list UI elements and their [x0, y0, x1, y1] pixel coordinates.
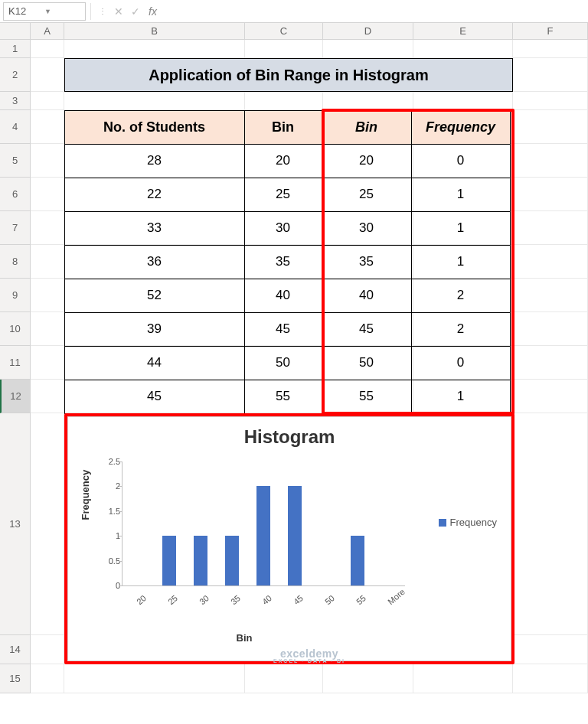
row-header[interactable]: 2 — [0, 58, 30, 92]
x-tick-label: 40 — [260, 593, 273, 606]
data-table: No. of Students Bin Bin Frequency 282020… — [64, 110, 510, 413]
chevron-down-icon[interactable]: ▼ — [44, 8, 80, 15]
column-headers: A B C D E F — [0, 23, 588, 40]
histogram-chart[interactable]: Histogram Frequency 00.511.522.5 2025303… — [67, 416, 511, 661]
row-header[interactable]: 8 — [0, 245, 30, 279]
row-header[interactable]: 4 — [0, 110, 30, 144]
chart-bar — [162, 536, 176, 585]
row-header[interactable]: 9 — [0, 279, 30, 312]
row-headers: 1 2 3 4 5 6 7 8 9 10 11 12 13 14 15 — [0, 40, 31, 693]
table-cell[interactable]: 35 — [244, 245, 322, 279]
table-cell[interactable]: 55 — [244, 380, 322, 414]
table-cell[interactable]: 45 — [322, 312, 412, 347]
x-tick-label: 45 — [292, 593, 305, 606]
table-cell[interactable]: 1 — [411, 178, 511, 212]
page-title[interactable]: Application of Bin Range in Histogram — [64, 58, 513, 92]
table-cell[interactable]: 30 — [322, 211, 412, 246]
table-row: 3945452 — [64, 312, 510, 346]
check-icon[interactable]: ✓ — [127, 5, 144, 18]
table-header-row: No. of Students Bin Bin Frequency — [64, 110, 510, 144]
row-header[interactable]: 5 — [0, 144, 30, 178]
table-cell[interactable]: 0 — [411, 144, 511, 178]
table-cell[interactable]: 20 — [244, 144, 322, 178]
y-axis-label: Frequency — [80, 470, 91, 520]
table-cell[interactable]: 33 — [64, 211, 245, 246]
table-cell[interactable]: 36 — [64, 245, 245, 279]
table-cell[interactable]: 45 — [64, 380, 245, 414]
col-header[interactable]: F — [513, 23, 588, 39]
row-header[interactable]: 11 — [0, 346, 30, 380]
table-cell[interactable]: 35 — [322, 245, 412, 279]
cancel-icon[interactable]: ✕ — [110, 5, 127, 18]
table-header[interactable]: Bin — [322, 110, 412, 145]
select-all-corner[interactable] — [0, 23, 31, 39]
col-header[interactable]: D — [323, 23, 413, 39]
table-row: 2820200 — [64, 144, 510, 178]
chart-bar — [256, 486, 270, 585]
col-header[interactable]: B — [64, 23, 245, 39]
chart-bar — [194, 536, 207, 585]
row-header-selected[interactable]: 12 — [0, 380, 30, 413]
table-cell[interactable]: 28 — [64, 144, 245, 178]
table-cell[interactable]: 30 — [244, 211, 322, 246]
table-header[interactable]: No. of Students — [64, 110, 245, 145]
table-row: 4450500 — [64, 346, 510, 380]
table-row: 2225251 — [64, 178, 510, 211]
table-cell[interactable]: 44 — [64, 346, 245, 380]
x-axis-line — [122, 585, 405, 586]
col-header[interactable]: A — [31, 23, 64, 39]
formula-bar: K12 ▼ ⋮ ✕ ✓ fx — [0, 0, 588, 23]
table-cell[interactable]: 45 — [244, 312, 322, 347]
y-tick-mark — [119, 536, 122, 536]
table-header[interactable]: Bin — [244, 110, 322, 145]
legend-label: Frequency — [450, 517, 497, 528]
table-header[interactable]: Frequency — [411, 110, 511, 145]
chart-legend: Frequency — [439, 517, 497, 528]
x-tick-label: 30 — [198, 593, 211, 606]
row-header[interactable]: 15 — [0, 664, 30, 693]
x-tick-label: 35 — [229, 593, 242, 606]
cells-area[interactable]: Application of Bin Range in Histogram No… — [31, 40, 588, 693]
table-cell[interactable]: 40 — [322, 279, 412, 313]
table-cell[interactable]: 55 — [322, 380, 412, 414]
table-cell[interactable]: 2 — [411, 279, 511, 313]
row-header[interactable]: 1 — [0, 40, 30, 58]
x-axis-label: Bin — [68, 632, 420, 644]
table-cell[interactable]: 0 — [411, 346, 511, 380]
table-cell[interactable]: 1 — [411, 211, 511, 246]
chart-bar — [288, 486, 302, 585]
table-cell[interactable]: 20 — [322, 144, 412, 178]
table-cell[interactable]: 50 — [322, 346, 412, 380]
y-tick-mark — [119, 585, 122, 586]
x-labels: 2025303540455055More — [122, 589, 405, 611]
table-cell[interactable]: 52 — [64, 279, 245, 313]
table-row: 5240402 — [64, 279, 510, 312]
row-header[interactable]: 10 — [0, 312, 30, 346]
row-header[interactable]: 14 — [0, 635, 30, 664]
x-tick-label: 50 — [323, 593, 336, 606]
table-cell[interactable]: 39 — [64, 312, 245, 347]
row-header[interactable]: 7 — [0, 211, 30, 245]
separator — [90, 3, 91, 20]
fx-icon[interactable]: fx — [149, 5, 157, 18]
name-box-value: K12 — [8, 5, 44, 17]
dots-icon: ⋮ — [99, 7, 107, 15]
col-header[interactable]: E — [413, 23, 513, 39]
table-cell[interactable]: 25 — [244, 178, 322, 212]
table-cell[interactable]: 40 — [244, 279, 322, 313]
x-tick-label: 55 — [354, 593, 368, 606]
y-tick-mark — [119, 511, 122, 512]
row-header[interactable]: 6 — [0, 178, 30, 211]
table-cell[interactable]: 22 — [64, 178, 245, 212]
col-header[interactable]: C — [245, 23, 323, 39]
table-cell[interactable]: 2 — [411, 312, 511, 347]
table-cell[interactable]: 50 — [244, 346, 322, 380]
table-cell[interactable]: 1 — [411, 245, 511, 279]
name-box[interactable]: K12 ▼ — [3, 2, 86, 21]
table-row: 3330301 — [64, 211, 510, 245]
row-header[interactable]: 3 — [0, 92, 30, 110]
table-cell[interactable]: 1 — [411, 380, 511, 414]
row-header[interactable]: 13 — [0, 413, 30, 635]
table-cell[interactable]: 25 — [322, 178, 412, 212]
bars-area — [122, 461, 405, 585]
